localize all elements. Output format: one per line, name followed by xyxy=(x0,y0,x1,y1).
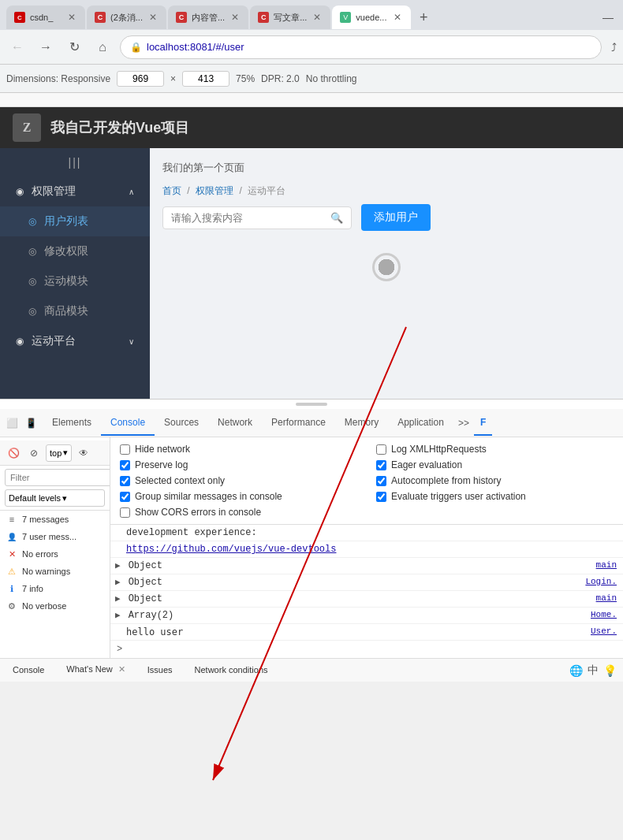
reload-button[interactable]: ↻ xyxy=(63,36,85,58)
errors-label: No errors xyxy=(22,549,58,559)
devtools-link[interactable]: https://github.com/vuejs/vue-devtools xyxy=(126,544,617,555)
expand-obj1[interactable]: ▶ xyxy=(115,560,121,571)
status-tab-console[interactable]: Console xyxy=(6,662,50,679)
tab-close-xiewenzhang[interactable]: ✕ xyxy=(312,10,323,24)
tab-close-vue[interactable]: ✕ xyxy=(392,10,403,24)
tab-xiewenzhang[interactable]: C 写文章... ✕ xyxy=(250,6,330,29)
group-similar-checkbox[interactable] xyxy=(120,492,130,502)
expand-obj2[interactable]: ▶ xyxy=(115,577,121,587)
eager-eval-checkbox[interactable] xyxy=(376,460,386,470)
devtools-resize-handle[interactable] xyxy=(0,400,623,409)
obj1-source[interactable]: main xyxy=(596,560,617,570)
tab-network[interactable]: Network xyxy=(208,411,262,436)
bulb-icon[interactable]: 💡 xyxy=(603,664,617,677)
tab-2tiao[interactable]: C (2条消... ✕ xyxy=(87,6,166,29)
tab-console[interactable]: Console xyxy=(101,411,155,436)
log-xml-checkbox[interactable] xyxy=(376,444,386,455)
autocomplete-checkbox[interactable] xyxy=(376,476,386,486)
chinese-icon[interactable]: 中 xyxy=(588,663,599,678)
globe-icon[interactable]: 🌐 xyxy=(569,664,583,677)
hello-source[interactable]: User. xyxy=(591,626,617,636)
obj2-source[interactable]: Login. xyxy=(585,577,617,586)
devtools-device-button[interactable]: 📱 xyxy=(22,414,39,432)
devtools-url[interactable]: https://github.com/vuejs/vue-devtools xyxy=(126,544,336,555)
devtools-panel: ⬜ 📱 Elements Console Sources Network Per… xyxy=(0,399,623,658)
console-filter-input[interactable] xyxy=(5,469,110,486)
console-block-button[interactable]: ⊘ xyxy=(25,444,43,462)
hide-network-checkbox[interactable] xyxy=(120,444,130,455)
selected-context-checkbox[interactable] xyxy=(120,476,130,486)
home-button[interactable]: ⌂ xyxy=(91,36,114,58)
console-entry-obj1: ▶ Object main xyxy=(110,558,623,574)
new-tab-button[interactable]: + xyxy=(412,6,435,28)
preserve-log-checkbox[interactable] xyxy=(120,460,130,470)
breadcrumb-home[interactable]: 首页 xyxy=(162,185,181,196)
console-prompt-input[interactable] xyxy=(125,644,617,655)
sidebar-item-yundong[interactable]: ◎ 运动模块 xyxy=(0,266,150,296)
tab-elements[interactable]: Elements xyxy=(43,411,101,436)
url-bar[interactable]: 🔒 localhost:8081/#/user xyxy=(120,35,602,59)
expand-arr1[interactable]: ▶ xyxy=(115,610,121,620)
tab-application[interactable]: Application xyxy=(388,411,453,436)
secure-icon: 🔒 xyxy=(130,42,142,53)
sidebar-messages-item[interactable]: ≡ 7 messages xyxy=(0,511,110,528)
search-icon: 🔍 xyxy=(330,212,343,224)
tab-close-neirong[interactable]: ✕ xyxy=(229,10,241,24)
sidebar-warnings-item[interactable]: ⚠ No warnings xyxy=(0,563,110,580)
arr1-text: Array(2) xyxy=(129,610,584,621)
forward-button[interactable]: → xyxy=(35,36,57,58)
expand-obj3[interactable]: ▶ xyxy=(115,593,121,604)
throttling-label: No throttling xyxy=(306,73,357,84)
status-tab-issues[interactable]: Issues xyxy=(141,662,179,679)
xiugai-icon: ◎ xyxy=(28,246,36,257)
width-input[interactable] xyxy=(117,71,164,87)
evaluate-triggers-checkbox[interactable] xyxy=(376,492,386,502)
tab-neirong[interactable]: C 内容管... ✕ xyxy=(168,6,248,29)
status-tab-network-conditions[interactable]: Network conditions xyxy=(188,662,274,679)
sidebar-info-item[interactable]: ℹ 7 info xyxy=(0,580,110,597)
context-selector[interactable]: top ▾ xyxy=(46,444,72,462)
tab-close-csdn[interactable]: ✕ xyxy=(66,10,77,24)
search-input-wrap[interactable]: 🔍 xyxy=(162,206,352,229)
whatsnew-close[interactable]: ✕ xyxy=(118,664,125,674)
tab-vue[interactable]: V vuede... ✕ xyxy=(332,6,411,29)
height-input[interactable] xyxy=(182,71,229,87)
url-text: localhost:8081/#/user xyxy=(147,41,591,53)
sidebar-item-shangpin[interactable]: ◎ 商品模块 xyxy=(0,296,150,326)
sidebar-item-label-xiugai: 修改权限 xyxy=(44,244,88,258)
sidebar-item-quanxian[interactable]: ◉ 权限管理 ∧ xyxy=(0,177,150,206)
sidebar-toggle[interactable]: ||| xyxy=(0,151,150,173)
sidebar-user-messages-item[interactable]: 👤 7 user mess... xyxy=(0,528,110,545)
sidebar-verbose-item[interactable]: ⚙ No verbose xyxy=(0,597,110,615)
back-button[interactable]: ← xyxy=(6,36,28,58)
tab-memory[interactable]: Memory xyxy=(335,411,388,436)
default-levels-selector[interactable]: Default levels ▾ xyxy=(5,489,105,507)
main-content: 我们的第一个页面 首页 / 权限管理 / 运动平台 🔍 添加用户 xyxy=(150,148,623,399)
sidebar-item-yonghu[interactable]: ◎ 用户列表 xyxy=(0,206,150,236)
tab-sources[interactable]: Sources xyxy=(155,411,208,436)
cors-errors-checkbox[interactable] xyxy=(120,507,130,518)
tab-extra[interactable]: F xyxy=(474,411,492,436)
tab-close-2tiao[interactable]: ✕ xyxy=(147,10,159,24)
add-user-button[interactable]: 添加用户 xyxy=(361,204,431,231)
sidebar-errors-item[interactable]: ✕ No errors xyxy=(0,545,110,563)
sidebar-item-yundongtai[interactable]: ◉ 运动平台 ∨ xyxy=(0,326,150,356)
minimize-icon[interactable]: — xyxy=(602,11,614,24)
app-header: Z 我自己开发的Vue项目 xyxy=(0,107,623,148)
obj3-source[interactable]: main xyxy=(596,593,617,603)
search-input[interactable] xyxy=(171,212,326,224)
context-chevron: ▾ xyxy=(63,448,68,458)
log-xml-label: Log XMLHttpRequests xyxy=(391,444,487,455)
clear-console-button[interactable]: 🚫 xyxy=(5,444,22,462)
breadcrumb-quanxian[interactable]: 权限管理 xyxy=(196,185,233,196)
devtools-inspect-button[interactable]: ⬜ xyxy=(3,414,21,432)
error-icon: ✕ xyxy=(6,548,17,559)
share-icon[interactable]: ⤴ xyxy=(611,41,617,54)
tab-performance[interactable]: Performance xyxy=(262,411,335,436)
devtools-more-button[interactable]: >> xyxy=(453,411,474,435)
arr1-source[interactable]: Home. xyxy=(591,610,617,619)
eye-icon-button[interactable]: 👁 xyxy=(75,444,92,462)
status-tab-whatsnew[interactable]: What's New ✕ xyxy=(60,661,131,679)
tab-csdn[interactable]: C csdn_ ✕ xyxy=(6,6,85,29)
sidebar-item-xiugai[interactable]: ◎ 修改权限 xyxy=(0,236,150,266)
